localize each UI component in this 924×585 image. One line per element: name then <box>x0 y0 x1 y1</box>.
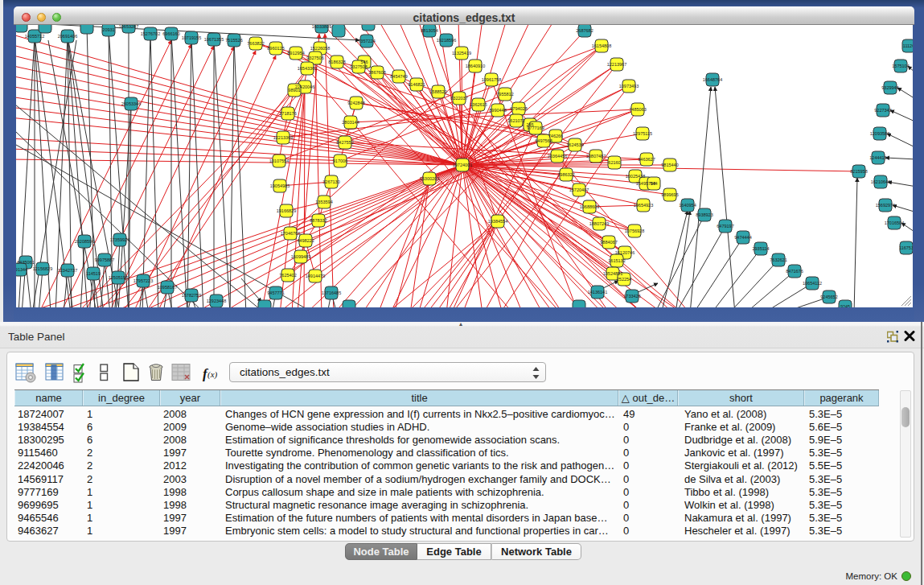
svg-text:9457771: 9457771 <box>267 290 284 295</box>
svg-text:4498222: 4498222 <box>297 238 314 243</box>
svg-text:16210643: 16210643 <box>871 179 890 184</box>
svg-text:13716485: 13716485 <box>322 290 341 295</box>
svg-text:7515526: 7515526 <box>225 38 242 43</box>
svg-text:16543362: 16543362 <box>298 66 317 71</box>
svg-text:7986322: 7986322 <box>557 172 574 177</box>
svg-text:8990448: 8990448 <box>489 108 506 113</box>
svg-text:26053346: 26053346 <box>121 101 141 106</box>
svg-text:15692971: 15692971 <box>876 203 895 208</box>
svg-text:20691406: 20691406 <box>58 34 77 39</box>
svg-text:2687682: 2687682 <box>576 28 593 33</box>
svg-text:10025438: 10025438 <box>626 174 645 179</box>
svg-text:9245: 9245 <box>840 304 850 307</box>
svg-text:9227343: 9227343 <box>874 108 891 113</box>
svg-text:1362615: 1362615 <box>470 102 487 107</box>
svg-text:11325419: 11325419 <box>452 51 471 56</box>
svg-text:6794028: 6794028 <box>510 106 527 111</box>
svg-text:7632621: 7632621 <box>770 257 786 262</box>
svg-text:12505195: 12505195 <box>109 275 128 280</box>
svg-text:7357224: 7357224 <box>358 39 375 43</box>
svg-text:20364456: 20364456 <box>548 154 567 159</box>
svg-text:944: 944 <box>650 181 657 186</box>
svg-text:1615132: 1615132 <box>608 258 625 263</box>
svg-text:12923448: 12923448 <box>207 299 226 303</box>
svg-text:1640954: 1640954 <box>679 203 696 208</box>
svg-text:9327506: 9327506 <box>306 56 323 60</box>
svg-text:12213369: 12213369 <box>273 135 293 140</box>
svg-text:1733426: 1733426 <box>623 294 640 299</box>
svg-text:12975115: 12975115 <box>633 131 652 136</box>
svg-text:14136141: 14136141 <box>588 290 607 295</box>
svg-text:8471676: 8471676 <box>786 269 803 274</box>
svg-text:14055712: 14055712 <box>25 34 44 39</box>
svg-text:1244415: 1244415 <box>869 155 886 160</box>
svg-text:17957223: 17957223 <box>133 278 153 283</box>
svg-text:20931: 20931 <box>102 27 114 32</box>
svg-text:18640910: 18640910 <box>466 64 485 68</box>
svg-text:19654923: 19654923 <box>634 203 653 208</box>
svg-text:15720407: 15720407 <box>569 187 589 192</box>
svg-text:9242848: 9242848 <box>347 101 364 105</box>
svg-text:2803144: 2803144 <box>342 120 359 125</box>
svg-text:62160: 62160 <box>608 160 620 165</box>
svg-text:1621072: 1621072 <box>507 118 524 123</box>
svg-text:18807249: 18807249 <box>589 221 609 226</box>
svg-text:11126: 11126 <box>903 43 913 48</box>
svg-text:114519: 114519 <box>86 271 101 276</box>
svg-text:8813054: 8813054 <box>421 28 437 33</box>
svg-text:9899695: 9899695 <box>661 192 678 197</box>
svg-text:6497568: 6497568 <box>535 138 552 143</box>
svg-text:3267130: 3267130 <box>322 179 339 184</box>
svg-text:15276702: 15276702 <box>141 31 160 36</box>
svg-text:15226058: 15226058 <box>310 46 330 51</box>
svg-text:252254: 252254 <box>617 277 631 282</box>
svg-text:917006: 917006 <box>333 159 347 163</box>
svg-text:12156829: 12156829 <box>33 266 52 271</box>
svg-text:116753: 116753 <box>899 245 913 250</box>
svg-text:8215958: 8215958 <box>850 169 867 174</box>
svg-text:9777169: 9777169 <box>527 126 544 130</box>
svg-text:12213967: 12213967 <box>607 62 626 67</box>
svg-text:9474444: 9474444 <box>734 235 751 240</box>
svg-text:(x): (x) <box>207 369 218 380</box>
svg-text:17016504: 17016504 <box>885 220 904 225</box>
svg-text:16154808: 16154808 <box>592 43 611 48</box>
svg-text:16648764: 16648764 <box>703 77 722 82</box>
svg-text:9884067: 9884067 <box>600 240 617 245</box>
svg-text:10107554: 10107554 <box>269 159 289 163</box>
svg-text:10973493: 10973493 <box>619 84 639 89</box>
svg-text:2935114: 2935114 <box>752 246 769 251</box>
svg-text:16033809: 16033809 <box>312 25 331 29</box>
svg-text:1353594: 1353594 <box>315 200 332 204</box>
svg-text:19218596: 19218596 <box>437 38 456 43</box>
svg-text:8322037: 8322037 <box>450 96 467 101</box>
svg-text:14914479: 14914479 <box>306 274 325 278</box>
svg-text:10671355: 10671355 <box>204 37 224 42</box>
svg-text:9463627: 9463627 <box>638 157 655 162</box>
svg-text:99975887: 99975887 <box>95 257 114 262</box>
svg-text:17359924: 17359924 <box>110 237 129 242</box>
svg-text:10719155: 10719155 <box>182 35 201 40</box>
svg-text:8960125: 8960125 <box>267 46 284 51</box>
svg-text:19054985: 19054985 <box>270 183 290 188</box>
svg-text:8435061: 8435061 <box>17 260 34 265</box>
svg-text:15300203: 15300203 <box>420 176 439 181</box>
svg-text:7663822: 7663822 <box>247 41 264 46</box>
svg-text:10958167: 10958167 <box>158 285 177 290</box>
svg-text:19166829: 19166829 <box>277 208 296 213</box>
svg-text:1588520: 1588520 <box>429 89 446 94</box>
svg-text:19724001: 19724001 <box>453 163 472 167</box>
svg-text:17046766: 17046766 <box>281 231 300 236</box>
svg-text:9327508: 9327508 <box>350 64 367 69</box>
svg-text:16782759: 16782759 <box>182 293 201 298</box>
svg-text:98901: 98901 <box>288 88 300 93</box>
svg-text:8186328: 8186328 <box>328 60 345 64</box>
svg-text:16120746: 16120746 <box>615 250 634 255</box>
svg-text:7485063: 7485063 <box>629 107 646 112</box>
svg-text:8938923: 8938923 <box>696 212 713 217</box>
svg-text:12342737: 12342737 <box>58 268 77 273</box>
svg-text:6966160: 6966160 <box>162 31 179 36</box>
svg-text:20208596: 20208596 <box>75 239 94 244</box>
svg-text:12093583: 12093583 <box>870 131 889 136</box>
svg-text:8912954: 8912954 <box>287 51 304 56</box>
